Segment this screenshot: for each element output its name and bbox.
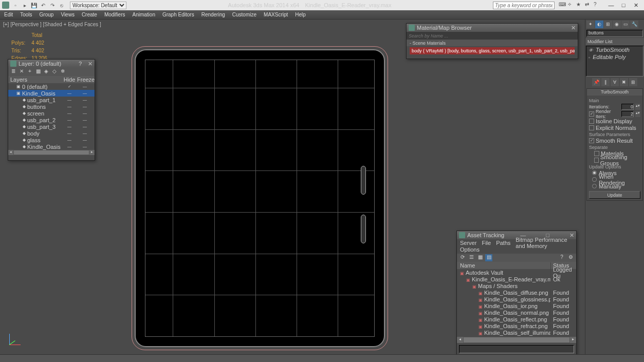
spinner-icon[interactable]: ▴▾ [635, 104, 640, 110]
layer-row[interactable]: ▣Kindle_Oasis—— [8, 90, 95, 97]
tab-hierarchy-icon[interactable]: ⊞ [604, 21, 612, 28]
new-layer-icon[interactable]: ≣ [10, 68, 17, 75]
menu-modifiers[interactable]: Modifiers [104, 12, 125, 17]
star-icon[interactable]: ★ [576, 2, 583, 9]
help-search[interactable] [493, 2, 555, 9]
open-icon[interactable]: ▸ [21, 1, 29, 9]
comm-icon[interactable]: ✧ [567, 2, 575, 9]
radio-rendering[interactable] [592, 177, 597, 182]
menu-help[interactable]: Help [295, 12, 306, 17]
rollout-title[interactable]: TurboSmooth [587, 89, 642, 96]
asset-row[interactable]: ▣Kindle_Oasis_self_illumination.pngFound [457, 329, 576, 336]
show-icon[interactable]: ∥ [601, 78, 610, 86]
close-button[interactable]: ✕ [630, 1, 642, 9]
menu-graph-editors[interactable]: Graph Editors [162, 12, 194, 17]
asset-row[interactable]: ▣Autodesk VaultLogged Ou [457, 269, 576, 276]
remove-icon[interactable]: ✖ [620, 78, 628, 86]
new-icon[interactable]: ▫ [11, 1, 20, 9]
delete-layer-icon[interactable]: ✕ [18, 68, 25, 75]
menu-rendering[interactable]: Rendering [201, 12, 225, 17]
hide-icon[interactable]: ◇ [51, 68, 58, 75]
layer-row[interactable]: ◆usb_part_3—— [8, 123, 95, 130]
menu-edit[interactable]: Edit [4, 12, 13, 17]
menu-paths[interactable]: Paths [496, 240, 510, 246]
save-icon[interactable]: 💾 [30, 1, 38, 9]
layer-panel-title[interactable]: Layer: 0 (default) ? ✕ [8, 60, 95, 68]
tree-icon[interactable]: ☰ [468, 254, 475, 261]
menu-group[interactable]: Group [40, 12, 54, 17]
select-icon[interactable]: ▦ [34, 68, 42, 75]
material-section[interactable]: - Scene Materials [407, 40, 578, 46]
exchange-icon[interactable]: ⇄ [585, 2, 592, 9]
stack-item[interactable]: ▫ Editable Poly [586, 53, 643, 61]
layer-row[interactable]: ◆body—— [8, 130, 95, 137]
menu-views[interactable]: Views [61, 12, 75, 17]
menu-options[interactable]: Options [460, 246, 480, 253]
tab-display-icon[interactable]: ▭ [621, 21, 630, 28]
menu-server[interactable]: Server [460, 240, 476, 246]
menu-file[interactable]: File [482, 240, 491, 246]
layer-row[interactable]: ◆usb_part_1—— [8, 97, 95, 103]
undo-icon[interactable]: ↶ [39, 1, 47, 9]
config-icon[interactable]: ⊞ [629, 78, 637, 86]
asset-row[interactable]: ▣Kindle_Oasis_normal.pngFound [457, 309, 576, 316]
menu-customize[interactable]: Customize [232, 12, 256, 17]
stack-item[interactable]: 👁 TurboSmooth [586, 46, 643, 53]
material-search[interactable] [409, 33, 576, 39]
table-icon[interactable]: ▤ [485, 254, 492, 261]
maximize-button[interactable]: □ [617, 1, 630, 9]
tab-modify-icon[interactable]: ◐ [595, 21, 603, 28]
highlight-icon[interactable]: ◈ [43, 68, 50, 75]
radio-manually[interactable] [592, 184, 597, 188]
modifier-list-label[interactable]: Modifier List [585, 38, 644, 45]
tab-create-icon[interactable]: ✦ [586, 21, 595, 28]
layer-scrollbar[interactable]: ◂▸ [8, 150, 95, 155]
tab-utilities-icon[interactable]: 🔧 [630, 21, 638, 28]
asset-row[interactable]: ▣Kindle_Oasis_refract.pngFound [457, 322, 576, 329]
menu-create[interactable]: Create [82, 12, 97, 17]
smoothing-groups-check[interactable] [594, 158, 599, 163]
unique-icon[interactable]: ∀ [611, 78, 619, 86]
spinner-icon[interactable]: ▴▾ [635, 111, 640, 117]
layer-row[interactable]: ◆usb_part_2—— [8, 117, 95, 123]
pin-icon[interactable]: 📌 [592, 78, 600, 86]
add-icon[interactable]: + [26, 68, 33, 75]
menu-tools[interactable]: Tools [20, 12, 32, 17]
menu-animation[interactable]: Animation [132, 12, 155, 17]
asset-row[interactable]: ▣Kindle_Oasis_diffuse.pngFound [457, 289, 576, 296]
asset-row[interactable]: ▣Kindle_Oasis_E-Reader_vray.maxOk [457, 276, 576, 282]
keytips-icon[interactable]: ⌨ [559, 2, 566, 9]
refresh-icon[interactable]: ⟳ [459, 254, 466, 261]
render-iters-input[interactable] [621, 111, 634, 117]
iterations-input[interactable] [621, 104, 634, 110]
layer-row[interactable]: ▣0 (default)✓— [8, 83, 95, 90]
layer-row[interactable]: ◆screen—— [8, 110, 95, 117]
asset-path-input[interactable] [459, 345, 574, 353]
tab-motion-icon[interactable]: ◉ [613, 21, 621, 28]
close-icon[interactable]: ✕ [571, 25, 576, 31]
material-panel-title[interactable]: Material/Map Browser ✕ [407, 24, 578, 32]
list-icon[interactable]: ▦ [476, 254, 484, 261]
help-icon[interactable]: ? [594, 2, 601, 9]
modifier-stack[interactable]: 👁 TurboSmooth ▫ Editable Poly [586, 46, 643, 77]
redo-icon[interactable]: ↷ [48, 1, 57, 9]
update-button[interactable]: Update [589, 191, 640, 199]
settings-icon[interactable]: ⚙ [567, 254, 574, 261]
material-item[interactable]: body ( VRayMtl ) [body, buttons, glass, … [410, 47, 575, 54]
explicit-check[interactable] [589, 125, 594, 130]
asset-row[interactable]: ▣Maps / Shaders [457, 282, 576, 289]
asset-scrollbar[interactable]: ◂▸ [457, 337, 576, 343]
minimize-button[interactable]: — [605, 1, 617, 9]
freeze-icon[interactable]: ❄ [59, 68, 66, 75]
asset-row[interactable]: ▣Kindle_Oasis_ior.pngFound [457, 302, 576, 309]
radio-always[interactable] [592, 170, 597, 175]
render-iters-check[interactable]: ✓ [589, 111, 594, 117]
close-icon[interactable]: ✕ [88, 61, 93, 67]
workspace-selector[interactable]: Workspace: Default [70, 2, 126, 9]
isoline-check[interactable] [589, 119, 594, 124]
asset-row[interactable]: ▣Kindle_Oasis_reflect.pngFound [457, 316, 576, 322]
object-name-input[interactable]: buttons [586, 30, 643, 37]
menu-maxscript[interactable]: MAXScript [264, 12, 288, 17]
materials-check[interactable] [594, 151, 599, 156]
help-icon[interactable]: ? [558, 254, 565, 261]
